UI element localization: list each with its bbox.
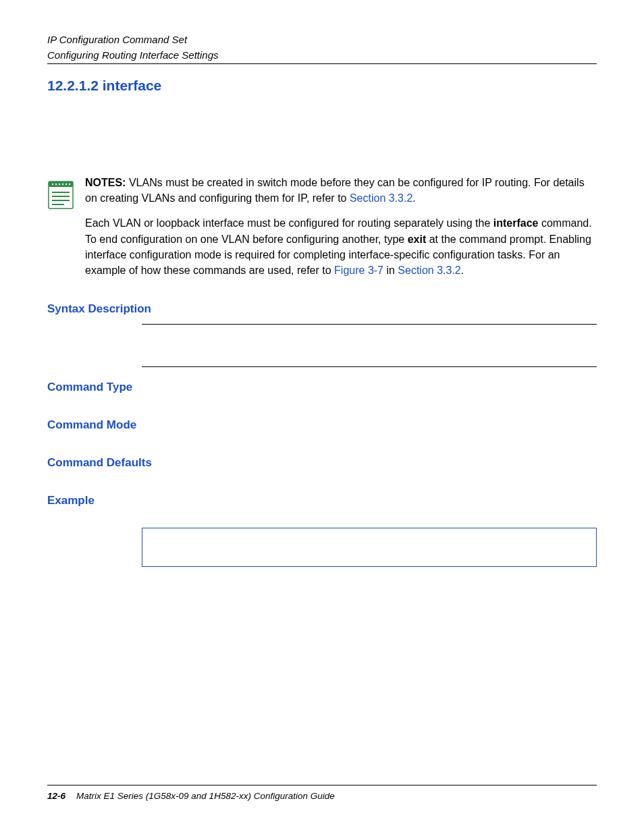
note2-text-e: . [461, 265, 464, 276]
heading-command-mode: Command Mode [47, 418, 597, 432]
footer-divider [47, 785, 597, 785]
notepad-icon [47, 177, 74, 210]
notes-label: NOTES: [85, 177, 126, 188]
link-figure-3-7[interactable]: Figure 3-7 [334, 265, 383, 276]
note2-bold-exit: exit [408, 233, 427, 245]
syntax-description-table [142, 324, 597, 367]
note2-bold-interface: interface [493, 217, 539, 229]
svg-point-3 [55, 184, 57, 185]
header-divider [47, 63, 597, 64]
heading-command-type: Command Type [47, 381, 597, 394]
note2-text-a: Each VLAN or loopback interface must be … [85, 217, 493, 229]
guide-title: Matrix E1 Series (1G58x-09 and 1H582-xx)… [76, 791, 335, 801]
header-chapter: IP Configuration Command Set [47, 34, 597, 45]
svg-point-4 [59, 184, 60, 185]
svg-point-6 [65, 184, 67, 185]
svg-point-2 [52, 184, 53, 185]
note1-text-b: . [412, 192, 415, 204]
section-title: 12.2.1.2 interface [47, 78, 597, 94]
note1-text-a: VLANs must be created in switch mode bef… [85, 177, 585, 204]
link-section-332-b[interactable]: Section 3.3.2 [398, 265, 460, 276]
note2-text-d: in [383, 265, 398, 276]
notes-text: NOTES: VLANs must be created in switch m… [85, 175, 597, 287]
page-footer: 12-6Matrix E1 Series (1G58x-09 and 1H582… [47, 779, 597, 801]
notes-block: NOTES: VLANs must be created in switch m… [47, 175, 597, 287]
table-divider [142, 366, 597, 367]
table-row [142, 324, 597, 366]
running-header: IP Configuration Command Set Configuring… [47, 34, 597, 64]
svg-point-5 [62, 184, 63, 185]
heading-syntax-description: Syntax Description [47, 302, 597, 316]
page-number: 12-6 [47, 791, 65, 801]
heading-command-defaults: Command Defaults [47, 456, 597, 470]
svg-point-7 [69, 184, 70, 185]
heading-example: Example [47, 494, 597, 507]
header-subsection: Configuring Routing Interface Settings [47, 49, 597, 61]
link-section-332-a[interactable]: Section 3.3.2 [350, 192, 412, 204]
example-code-box [142, 528, 597, 567]
